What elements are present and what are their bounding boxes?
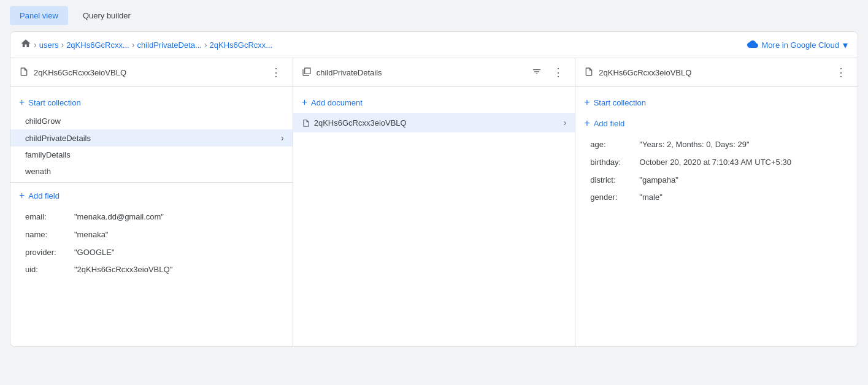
plus-icon-add-field-1: + — [19, 190, 25, 201]
col2-add-document-button[interactable]: + Add document — [293, 92, 575, 113]
field-district-value: "gampaha" — [639, 174, 678, 187]
col2-add-document-label: Add document — [311, 98, 363, 107]
col3-kebab-menu[interactable]: ⋮ — [833, 64, 849, 80]
list-item-wenath[interactable]: wenath — [10, 163, 293, 180]
breadcrumb-collection[interactable]: childPrivateDeta... — [137, 40, 202, 50]
plus-icon-add-field-3: + — [584, 118, 590, 129]
list-item-childgrow[interactable]: childGrow — [10, 113, 293, 129]
familydetails-label: familyDetails — [25, 150, 71, 159]
main-panel: › users › 2qKHs6GcRcxx... › childPrivate… — [10, 31, 858, 347]
doc-arrow-1: › — [564, 118, 567, 128]
breadcrumb-doc1[interactable]: 2qKHs6GcRcxx... — [66, 40, 129, 50]
breadcrumb-sep-4: › — [204, 40, 207, 50]
top-bar: Panel view Query builder — [0, 0, 868, 31]
more-cloud-label: More in Google Cloud — [762, 40, 839, 50]
col1-start-collection-label: Start collection — [28, 98, 80, 107]
col3-start-collection-button[interactable]: + Start collection — [575, 92, 858, 113]
field-provider-key: provider: — [25, 246, 74, 259]
list-item-familydetails[interactable]: familyDetails — [10, 147, 293, 163]
col1-add-field-button[interactable]: + Add field — [10, 185, 293, 206]
field-uid-key: uid: — [25, 264, 74, 276]
field-birthday-value: October 20, 2020 at 7:10:43 AM UTC+5:30 — [639, 156, 791, 169]
col1-start-collection-button[interactable]: + Start collection — [10, 92, 293, 113]
col1-title: 2qKHs6GcRcxx3eioVBLQ — [34, 68, 263, 77]
childprivatedetails-label: childPrivateDetails — [25, 134, 91, 143]
col1-doc-icon — [19, 67, 29, 78]
breadcrumb-sep-1: › — [34, 40, 37, 50]
col3-start-collection-label: Start collection — [594, 98, 646, 107]
tab-panel-view[interactable]: Panel view — [10, 6, 68, 25]
col3-add-field-button[interactable]: + Add field — [575, 113, 858, 134]
plus-icon-3: + — [584, 97, 590, 108]
field-uid: uid: "2qKHs6GcRcxx3eioVBLQ" — [10, 261, 293, 279]
list-item-childprivatedetails[interactable]: childPrivateDetails › — [10, 129, 293, 147]
breadcrumb: › users › 2qKHs6GcRcxx... › childPrivate… — [20, 38, 272, 51]
breadcrumb-sep-3: › — [132, 40, 135, 50]
childgrow-label: childGrow — [25, 116, 61, 126]
col3-body: + Start collection + Add field age: "Yea… — [575, 87, 858, 346]
field-gender-value: "male" — [639, 191, 662, 204]
field-provider-value: "GOOGLE" — [74, 246, 115, 259]
field-age-key: age: — [590, 139, 639, 151]
doc-row-1[interactable]: 2qKHs6GcRcxx3eioVBLQ › — [293, 113, 575, 132]
field-name-value: "menaka" — [74, 229, 108, 242]
plus-icon-add-doc: + — [302, 97, 307, 108]
col3-fields: age: "Years: 2, Months: 0, Days: 29" bir… — [575, 134, 858, 209]
column-1-header: 2qKHs6GcRcxx3eioVBLQ ⋮ — [10, 58, 293, 87]
breadcrumb-doc2[interactable]: 2qKHs6GcRcxx... — [210, 40, 273, 50]
breadcrumb-bar: › users › 2qKHs6GcRcxx... › childPrivate… — [10, 32, 858, 58]
doc-icon-inline — [302, 118, 310, 128]
column-3: 2qKHs6GcRcxx3eioVBLQ ⋮ + Start collectio… — [575, 58, 858, 346]
col1-add-field-label: Add field — [28, 191, 60, 200]
field-name-key: name: — [25, 229, 74, 242]
cloud-icon — [747, 39, 758, 51]
field-district-key: district: — [590, 174, 639, 187]
childprivatedetails-arrow: › — [281, 133, 284, 143]
field-birthday-key: birthday: — [590, 156, 639, 169]
breadcrumb-sep-2: › — [61, 40, 64, 50]
column-3-header: 2qKHs6GcRcxx3eioVBLQ ⋮ — [575, 58, 858, 87]
columns-container: 2qKHs6GcRcxx3eioVBLQ ⋮ + Start collectio… — [10, 58, 858, 346]
col1-body: + Start collection childGrow childPrivat… — [10, 87, 293, 346]
col1-fields: email: "menaka.dd@gmail.com" name: "mena… — [10, 206, 293, 281]
field-district: district: "gampaha" — [575, 172, 858, 189]
col1-divider — [10, 182, 293, 183]
breadcrumb-users[interactable]: users — [39, 40, 59, 50]
wenath-label: wenath — [25, 167, 51, 176]
more-in-google-cloud-button[interactable]: More in Google Cloud ▾ — [747, 39, 848, 51]
field-uid-value: "2qKHs6GcRcxx3eioVBLQ" — [74, 264, 172, 276]
home-icon[interactable] — [20, 38, 31, 51]
col2-body: + Add document 2qKHs6GcRcxx3eioVBLQ › — [293, 87, 575, 346]
plus-icon-1: + — [19, 97, 25, 108]
col3-add-field-label: Add field — [594, 119, 625, 128]
column-2-header: childPrivateDetails ⋮ — [293, 58, 575, 87]
column-1: 2qKHs6GcRcxx3eioVBLQ ⋮ + Start collectio… — [10, 58, 293, 346]
field-birthday: birthday: October 20, 2020 at 7:10:43 AM… — [575, 154, 858, 172]
col3-doc-icon — [584, 67, 594, 78]
field-gender: gender: "male" — [575, 189, 858, 207]
doc-label-1: 2qKHs6GcRcxx3eioVBLQ — [314, 118, 407, 128]
col2-collection-icon — [302, 67, 312, 78]
tab-query-builder[interactable]: Query builder — [73, 6, 140, 25]
col1-kebab-menu[interactable]: ⋮ — [268, 64, 284, 80]
field-age: age: "Years: 2, Months: 0, Days: 29" — [575, 136, 858, 154]
col2-filter-icon[interactable] — [532, 67, 542, 78]
col2-title: childPrivateDetails — [317, 68, 528, 77]
column-2: childPrivateDetails ⋮ + Add document 2qK… — [293, 58, 576, 346]
field-provider: provider: "GOOGLE" — [10, 244, 293, 262]
field-gender-key: gender: — [590, 191, 639, 204]
field-email-key: email: — [25, 211, 74, 224]
col3-title: 2qKHs6GcRcxx3eioVBLQ — [599, 68, 828, 77]
field-email-value: "menaka.dd@gmail.com" — [74, 211, 164, 224]
field-name: name: "menaka" — [10, 226, 293, 244]
field-age-value: "Years: 2, Months: 0, Days: 29" — [639, 139, 749, 151]
field-email: email: "menaka.dd@gmail.com" — [10, 208, 293, 226]
chevron-down-icon: ▾ — [843, 39, 848, 51]
col2-kebab-menu[interactable]: ⋮ — [550, 64, 566, 80]
